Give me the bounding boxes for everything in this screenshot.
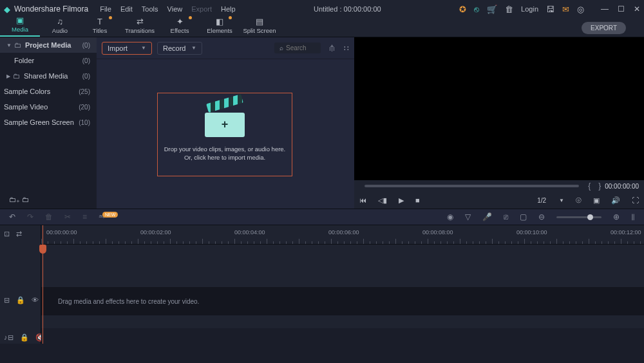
volume-icon[interactable]: 🔊	[611, 196, 620, 205]
menu-export[interactable]: Export	[191, 5, 212, 13]
voice-icon[interactable]: 🎤	[482, 212, 492, 221]
sidebar-count: (20)	[79, 104, 90, 111]
new-dot-icon	[189, 16, 192, 19]
render-icon[interactable]: ◉	[447, 212, 453, 221]
chevron-down-icon: ▼	[191, 45, 196, 51]
minimize-button[interactable]: —	[601, 5, 609, 14]
mixer-icon[interactable]: ⎚	[504, 212, 508, 221]
timeline-ruler[interactable]: 00:00:00:00 00:00:02:00 00:00:04:00 00:0…	[41, 225, 644, 245]
ruler-timecode: 00:00:04:00	[234, 229, 265, 236]
lock-icon[interactable]: 🔒	[20, 333, 29, 342]
mark-in-icon[interactable]: {	[588, 182, 591, 191]
fit-timeline-icon[interactable]: ⦀	[631, 212, 635, 223]
folder-icon: ▣	[16, 15, 24, 24]
track-hint-text: Drag media and effects here to create yo…	[58, 298, 199, 305]
maximize-button[interactable]: ☐	[618, 5, 625, 14]
tab-media[interactable]: ▣ Media	[0, 14, 40, 37]
tab-titles[interactable]: T Titles	[80, 15, 120, 37]
search-box[interactable]: ⌕	[274, 42, 321, 53]
track-toggle-icon[interactable]: ⊟	[4, 296, 10, 304]
playhead[interactable]	[43, 225, 43, 344]
audio-track-icon[interactable]: ♪⊟	[4, 333, 14, 342]
chevron-down-icon: ▼	[6, 42, 12, 48]
menu-tools[interactable]: Tools	[142, 5, 158, 13]
sidebar-item-folder[interactable]: Folder (0)	[0, 53, 97, 68]
chevron-down-icon[interactable]: ▼	[559, 198, 564, 203]
marker-tool-icon[interactable]: ▽	[465, 212, 471, 221]
list-icon[interactable]: ≡	[82, 212, 87, 221]
grid-view-icon[interactable]: ∷	[344, 44, 349, 53]
ruler-timecode: 00:00:02:00	[140, 229, 171, 236]
sidebar-item-project-media[interactable]: ▼ 🗀 Project Media (0)	[0, 37, 97, 53]
sidebar-item-sample-video[interactable]: Sample Video (20)	[0, 99, 97, 115]
menu-view[interactable]: View	[167, 5, 183, 13]
tab-media-label: Media	[12, 26, 28, 33]
preview-screen	[354, 37, 644, 180]
mark-out-icon[interactable]: }	[598, 182, 601, 191]
eye-icon[interactable]: 👁	[32, 296, 39, 304]
zoom-out-button[interactable]: ⊖	[538, 212, 545, 221]
support-icon[interactable]: ⎋	[474, 5, 479, 14]
preview-quality[interactable]: 1/2	[537, 197, 546, 204]
play-button[interactable]: ▶	[399, 196, 404, 205]
zoom-in-button[interactable]: ⊕	[613, 212, 620, 221]
camera-icon[interactable]: ▣	[593, 196, 600, 205]
login-link[interactable]: Login	[521, 5, 538, 13]
snap-toggle-icon[interactable]: ⊡	[4, 230, 10, 238]
menu-edit[interactable]: Edit	[120, 5, 133, 13]
lock-icon[interactable]: 🔒	[16, 296, 25, 304]
prev-frame-button[interactable]: ⏮	[359, 196, 366, 204]
sidebar-label: Sample Video	[4, 103, 79, 111]
tab-splitscreen[interactable]: ▤ Split Screen	[240, 15, 279, 37]
add-folder-icon[interactable]: 🗀₊	[9, 196, 20, 203]
marker-icon[interactable]: ⥲NEW	[99, 212, 120, 221]
clapperboard-icon: +	[205, 107, 245, 137]
new-dot-icon	[109, 16, 112, 19]
tab-elements[interactable]: ◧ Elements	[200, 15, 240, 37]
seek-slider[interactable]	[365, 185, 579, 187]
export-button[interactable]: EXPORT	[582, 22, 626, 34]
link-toggle-icon[interactable]: ⇄	[16, 230, 22, 238]
menu-help[interactable]: Help	[221, 5, 236, 13]
tab-effects[interactable]: ✦ Effects	[160, 15, 200, 37]
track-header-column: ⊡ ⇄ ⊟ 🔒 👁 ♪⊟ 🔒 🔇	[0, 225, 41, 344]
import-label: Import	[108, 44, 128, 52]
audio-track-1[interactable]	[41, 328, 644, 344]
step-back-button[interactable]: ◁▮	[378, 196, 387, 205]
snapshot-icon[interactable]: ⦾	[576, 196, 582, 205]
menu-file[interactable]: File	[100, 5, 111, 13]
user-icon[interactable]: ◎	[577, 5, 584, 14]
sidebar-item-sample-colors[interactable]: Sample Colors (25)	[0, 84, 97, 99]
split-button[interactable]: ✂	[64, 212, 71, 221]
feedback-icon[interactable]: ✪	[459, 5, 466, 14]
sidebar-count: (10)	[79, 119, 90, 126]
delete-button[interactable]: 🗑	[45, 212, 53, 221]
cart-icon[interactable]: 🛒	[487, 5, 497, 14]
trash-icon[interactable]: 🗑	[505, 5, 513, 14]
close-button[interactable]: ✕	[634, 5, 640, 14]
tab-split-label: Split Screen	[243, 27, 276, 34]
tab-transitions[interactable]: ⇄ Transitions	[120, 15, 160, 37]
message-icon[interactable]: ✉	[562, 5, 569, 14]
search-input[interactable]	[286, 44, 314, 51]
sidebar-item-sample-green[interactable]: Sample Green Screen (10)	[0, 115, 97, 130]
ruler-timecode: 00:00:10:00	[516, 229, 547, 236]
zoom-slider[interactable]	[556, 216, 601, 218]
snap-icon[interactable]: ▢	[520, 212, 527, 221]
save-icon[interactable]: 🖫	[546, 5, 554, 14]
record-label: Record	[163, 44, 185, 52]
transition-icon: ⇄	[137, 17, 144, 26]
new-folder-icon[interactable]: 🗀	[22, 196, 29, 203]
split-icon: ▤	[256, 17, 263, 26]
import-dropdown[interactable]: Import ▼	[102, 42, 152, 55]
record-dropdown[interactable]: Record ▼	[157, 42, 202, 55]
undo-button[interactable]: ↶	[9, 212, 15, 221]
video-track-1[interactable]: Drag media and effects here to create yo…	[41, 287, 644, 315]
import-dropzone[interactable]: + Drop your video clips, images, or audi…	[157, 93, 292, 176]
filter-icon[interactable]: ⫛	[328, 44, 336, 53]
tab-audio[interactable]: ♫ Audio	[40, 15, 80, 37]
fullscreen-icon[interactable]: ⛶	[632, 196, 639, 204]
stop-button[interactable]: ■	[415, 196, 420, 204]
redo-button[interactable]: ↷	[27, 212, 33, 221]
sidebar-item-shared-media[interactable]: ▶ 🗀 Shared Media (0)	[0, 68, 97, 84]
